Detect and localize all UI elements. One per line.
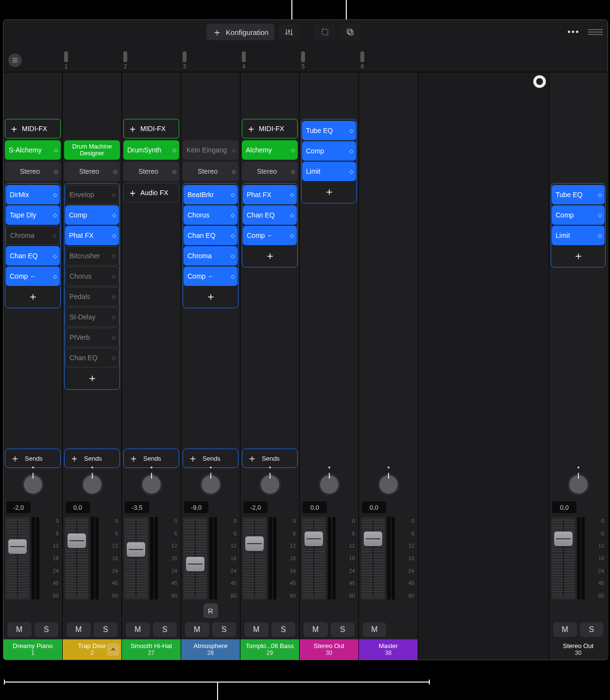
pan-control[interactable]	[240, 469, 299, 500]
io-format-select[interactable]: Stereo◇	[5, 162, 61, 181]
fx-slot[interactable]: Comp◇	[552, 205, 605, 225]
fx-slot[interactable]: Bitcrusher◇	[65, 246, 119, 266]
fader-track[interactable]	[5, 517, 30, 600]
pan-control[interactable]	[359, 469, 418, 500]
fx-slot[interactable]: Tube EQ◇	[552, 185, 605, 204]
fx-slot[interactable]: Comp◇	[65, 205, 119, 225]
fader[interactable]: 061218244560	[549, 515, 607, 601]
pan-knob[interactable]	[568, 474, 589, 495]
marker-tick[interactable]	[301, 51, 305, 62]
fader-cap[interactable]	[127, 542, 145, 557]
fx-slot[interactable]: Chorus◇	[184, 205, 237, 225]
add-audio-fx-button[interactable]: ＋Audio FX	[123, 183, 179, 202]
sends-button[interactable]: ＋Sends	[64, 449, 120, 468]
add-fx-button[interactable]: ＋	[6, 287, 60, 306]
channel-name[interactable]: Dreamy Piano1	[3, 639, 62, 660]
record-enable-button[interactable]: R	[203, 603, 218, 618]
pan-knob[interactable]	[378, 474, 399, 495]
more-button[interactable]: •••	[563, 24, 584, 40]
fx-slot[interactable]: Chroma◇	[184, 246, 237, 266]
add-fx-button[interactable]: ＋	[243, 246, 297, 266]
pan-control[interactable]	[122, 469, 181, 500]
channel-name[interactable]: Atmosphere28	[181, 639, 240, 660]
sends-button[interactable]: ＋Sends	[242, 449, 298, 468]
fx-slot[interactable]: Limit◇	[302, 162, 356, 181]
fader-cap[interactable]	[245, 536, 264, 551]
gain-readout[interactable]: 0,0	[362, 501, 386, 513]
fx-slot[interactable]: Chan EQ◇	[243, 205, 297, 225]
pan-knob[interactable]	[82, 474, 103, 495]
gain-readout[interactable]: 0,0	[552, 501, 576, 513]
fx-slot[interactable]: Comp◇	[302, 141, 356, 161]
solo-button[interactable]: S	[580, 622, 604, 637]
sends-button[interactable]: ＋Sends	[183, 449, 238, 468]
add-fx-button[interactable]: ＋	[552, 246, 605, 266]
drag-handle[interactable]	[588, 29, 603, 35]
solo-button[interactable]: S	[331, 622, 355, 637]
mute-button[interactable]: M	[185, 622, 209, 637]
fader-cap[interactable]	[554, 532, 573, 546]
fx-slot[interactable]: Pedals◇	[65, 287, 119, 306]
fader-cap[interactable]	[186, 557, 204, 571]
marker-tick[interactable]	[123, 51, 127, 62]
expand-button[interactable]	[107, 643, 119, 656]
fader[interactable]: 061218244560	[359, 515, 418, 601]
fader[interactable]: 061218244560	[3, 515, 62, 601]
solo-button[interactable]: S	[34, 622, 59, 637]
fx-slot[interactable]: Limit◇	[552, 226, 605, 245]
pan-control[interactable]	[300, 469, 358, 500]
select-tool-button[interactable]	[314, 24, 336, 40]
marker-tick[interactable]	[360, 51, 364, 62]
mute-button[interactable]: M	[363, 622, 386, 637]
fx-slot[interactable]: Chan EQ◇	[184, 226, 237, 245]
fx-slot[interactable]: Chroma◇	[6, 226, 60, 245]
instrument-slot[interactable]: DrumSynth◇	[123, 140, 179, 160]
add-fx-button[interactable]: ＋	[302, 182, 356, 201]
fx-slot[interactable]: Comp ←◇	[184, 267, 237, 286]
solo-button[interactable]: S	[212, 622, 237, 637]
filter-button[interactable]	[533, 75, 546, 88]
pan-control[interactable]	[181, 469, 240, 500]
io-format-select[interactable]: Stereo◇	[183, 162, 238, 181]
io-format-select[interactable]: Stereo◇	[64, 162, 120, 181]
gain-readout[interactable]: -9,0	[184, 501, 208, 513]
fader-track[interactable]	[183, 517, 207, 600]
fx-slot[interactable]: Tape Dly◇	[6, 205, 60, 225]
fader[interactable]: 061218244560	[240, 515, 299, 601]
sends-button[interactable]: ＋Sends	[5, 449, 61, 468]
instrument-slot[interactable]: S-Alchemy◇	[5, 140, 61, 160]
add-fx-button[interactable]: ＋	[65, 368, 119, 388]
io-format-select[interactable]: Stereo◇	[123, 162, 179, 181]
solo-button[interactable]: S	[271, 622, 296, 637]
fx-slot[interactable]: PtVerb◇	[65, 328, 119, 347]
fx-slot[interactable]: Chan EQ◇	[65, 348, 119, 367]
fader[interactable]: 061218244560	[63, 515, 121, 601]
fx-slot[interactable]: Phat FX◇	[243, 185, 297, 204]
midi-fx-button[interactable]: ＋MIDI-FX	[123, 119, 179, 138]
fx-slot[interactable]: St-Delay◇	[65, 307, 119, 327]
fx-slot[interactable]: Chan EQ◇	[6, 246, 60, 266]
gain-readout[interactable]: -2,0	[243, 501, 268, 513]
solo-button[interactable]: S	[153, 622, 177, 637]
gain-readout[interactable]: 0,0	[66, 501, 90, 513]
fader-track[interactable]	[242, 517, 267, 600]
fx-slot[interactable]: DirMix◇	[6, 185, 60, 204]
fader-cap[interactable]	[68, 533, 86, 548]
instrument-slot[interactable]: Alchemy◇	[242, 140, 298, 160]
gain-readout[interactable]: 0,0	[303, 501, 327, 513]
marker-tick[interactable]	[242, 51, 246, 62]
mute-button[interactable]: M	[67, 622, 91, 637]
fx-slot[interactable]: Comp ←◇	[243, 226, 297, 245]
channel-name[interactable]: Trap Door2	[63, 639, 121, 660]
add-fx-button[interactable]: ＋	[184, 287, 237, 306]
mute-button[interactable]: M	[126, 622, 150, 637]
mute-button[interactable]: M	[7, 622, 32, 637]
settings-sliders-button[interactable]	[278, 24, 300, 40]
fader-track[interactable]	[302, 517, 326, 600]
channel-name[interactable]: Tompki...08 Bass29	[240, 639, 299, 660]
pan-control[interactable]	[549, 469, 607, 500]
mute-button[interactable]: M	[553, 622, 577, 637]
copy-button[interactable]	[339, 24, 361, 40]
fader[interactable]: 061218244560	[300, 515, 358, 601]
channel-name[interactable]: Master38	[359, 639, 418, 660]
